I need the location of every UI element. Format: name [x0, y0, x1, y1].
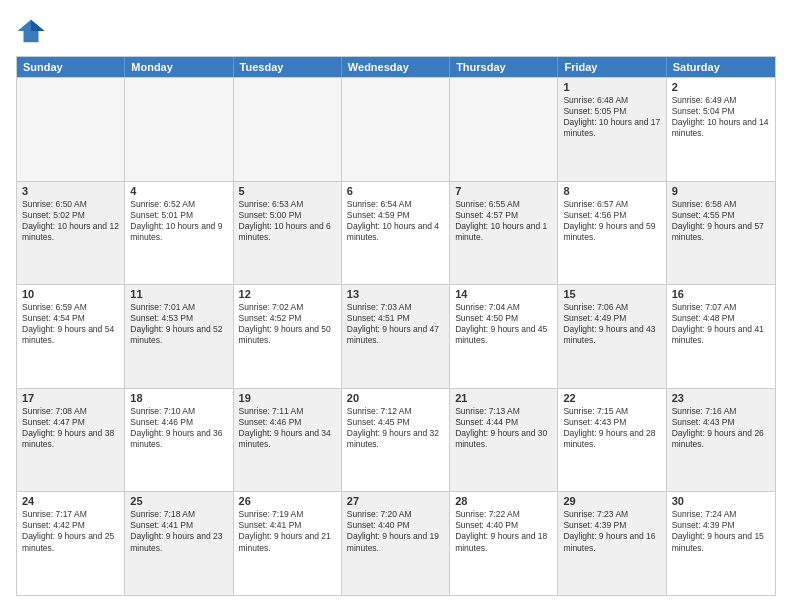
calendar-body: 1Sunrise: 6:48 AM Sunset: 5:05 PM Daylig… [17, 77, 775, 595]
calendar-cell: 5Sunrise: 6:53 AM Sunset: 5:00 PM Daylig… [234, 182, 342, 285]
calendar: SundayMondayTuesdayWednesdayThursdayFrid… [16, 56, 776, 596]
day-number: 4 [130, 185, 227, 197]
day-info: Sunrise: 6:57 AM Sunset: 4:56 PM Dayligh… [563, 199, 660, 243]
svg-marker-1 [31, 20, 45, 31]
calendar-cell: 26Sunrise: 7:19 AM Sunset: 4:41 PM Dayli… [234, 492, 342, 595]
day-number: 3 [22, 185, 119, 197]
day-number: 8 [563, 185, 660, 197]
day-info: Sunrise: 7:12 AM Sunset: 4:45 PM Dayligh… [347, 406, 444, 450]
calendar-cell: 8Sunrise: 6:57 AM Sunset: 4:56 PM Daylig… [558, 182, 666, 285]
calendar-cell: 3Sunrise: 6:50 AM Sunset: 5:02 PM Daylig… [17, 182, 125, 285]
day-info: Sunrise: 7:19 AM Sunset: 4:41 PM Dayligh… [239, 509, 336, 553]
day-number: 24 [22, 495, 119, 507]
day-number: 2 [672, 81, 770, 93]
day-info: Sunrise: 7:18 AM Sunset: 4:41 PM Dayligh… [130, 509, 227, 553]
weekday-header-friday: Friday [558, 57, 666, 77]
calendar-cell: 27Sunrise: 7:20 AM Sunset: 4:40 PM Dayli… [342, 492, 450, 595]
calendar-cell: 30Sunrise: 7:24 AM Sunset: 4:39 PM Dayli… [667, 492, 775, 595]
calendar-cell: 16Sunrise: 7:07 AM Sunset: 4:48 PM Dayli… [667, 285, 775, 388]
page: SundayMondayTuesdayWednesdayThursdayFrid… [0, 0, 792, 612]
calendar-row-2: 10Sunrise: 6:59 AM Sunset: 4:54 PM Dayli… [17, 284, 775, 388]
day-number: 15 [563, 288, 660, 300]
day-info: Sunrise: 7:15 AM Sunset: 4:43 PM Dayligh… [563, 406, 660, 450]
logo-icon [16, 16, 46, 46]
calendar-cell: 11Sunrise: 7:01 AM Sunset: 4:53 PM Dayli… [125, 285, 233, 388]
day-number: 20 [347, 392, 444, 404]
calendar-cell: 25Sunrise: 7:18 AM Sunset: 4:41 PM Dayli… [125, 492, 233, 595]
calendar-row-0: 1Sunrise: 6:48 AM Sunset: 5:05 PM Daylig… [17, 77, 775, 181]
day-number: 11 [130, 288, 227, 300]
logo [16, 16, 50, 46]
calendar-cell: 24Sunrise: 7:17 AM Sunset: 4:42 PM Dayli… [17, 492, 125, 595]
day-number: 6 [347, 185, 444, 197]
calendar-cell: 14Sunrise: 7:04 AM Sunset: 4:50 PM Dayli… [450, 285, 558, 388]
calendar-cell [450, 78, 558, 181]
calendar-cell: 19Sunrise: 7:11 AM Sunset: 4:46 PM Dayli… [234, 389, 342, 492]
calendar-cell: 23Sunrise: 7:16 AM Sunset: 4:43 PM Dayli… [667, 389, 775, 492]
calendar-cell [342, 78, 450, 181]
day-info: Sunrise: 6:53 AM Sunset: 5:00 PM Dayligh… [239, 199, 336, 243]
day-number: 16 [672, 288, 770, 300]
calendar-cell [125, 78, 233, 181]
day-info: Sunrise: 7:07 AM Sunset: 4:48 PM Dayligh… [672, 302, 770, 346]
day-info: Sunrise: 7:08 AM Sunset: 4:47 PM Dayligh… [22, 406, 119, 450]
calendar-cell [17, 78, 125, 181]
day-info: Sunrise: 7:22 AM Sunset: 4:40 PM Dayligh… [455, 509, 552, 553]
day-number: 5 [239, 185, 336, 197]
header [16, 16, 776, 46]
day-number: 29 [563, 495, 660, 507]
day-number: 10 [22, 288, 119, 300]
day-number: 26 [239, 495, 336, 507]
day-number: 18 [130, 392, 227, 404]
day-number: 22 [563, 392, 660, 404]
day-number: 12 [239, 288, 336, 300]
day-info: Sunrise: 6:48 AM Sunset: 5:05 PM Dayligh… [563, 95, 660, 139]
day-number: 17 [22, 392, 119, 404]
calendar-cell: 18Sunrise: 7:10 AM Sunset: 4:46 PM Dayli… [125, 389, 233, 492]
calendar-cell: 9Sunrise: 6:58 AM Sunset: 4:55 PM Daylig… [667, 182, 775, 285]
weekday-header-sunday: Sunday [17, 57, 125, 77]
day-number: 23 [672, 392, 770, 404]
calendar-header: SundayMondayTuesdayWednesdayThursdayFrid… [17, 57, 775, 77]
day-info: Sunrise: 7:04 AM Sunset: 4:50 PM Dayligh… [455, 302, 552, 346]
day-info: Sunrise: 6:52 AM Sunset: 5:01 PM Dayligh… [130, 199, 227, 243]
day-info: Sunrise: 7:11 AM Sunset: 4:46 PM Dayligh… [239, 406, 336, 450]
calendar-cell [234, 78, 342, 181]
day-info: Sunrise: 6:55 AM Sunset: 4:57 PM Dayligh… [455, 199, 552, 243]
calendar-row-4: 24Sunrise: 7:17 AM Sunset: 4:42 PM Dayli… [17, 491, 775, 595]
day-number: 13 [347, 288, 444, 300]
day-number: 25 [130, 495, 227, 507]
weekday-header-monday: Monday [125, 57, 233, 77]
weekday-header-tuesday: Tuesday [234, 57, 342, 77]
calendar-cell: 29Sunrise: 7:23 AM Sunset: 4:39 PM Dayli… [558, 492, 666, 595]
day-info: Sunrise: 7:16 AM Sunset: 4:43 PM Dayligh… [672, 406, 770, 450]
day-info: Sunrise: 6:58 AM Sunset: 4:55 PM Dayligh… [672, 199, 770, 243]
day-info: Sunrise: 6:49 AM Sunset: 5:04 PM Dayligh… [672, 95, 770, 139]
day-info: Sunrise: 7:13 AM Sunset: 4:44 PM Dayligh… [455, 406, 552, 450]
calendar-cell: 15Sunrise: 7:06 AM Sunset: 4:49 PM Dayli… [558, 285, 666, 388]
day-info: Sunrise: 6:54 AM Sunset: 4:59 PM Dayligh… [347, 199, 444, 243]
calendar-cell: 2Sunrise: 6:49 AM Sunset: 5:04 PM Daylig… [667, 78, 775, 181]
day-number: 1 [563, 81, 660, 93]
day-info: Sunrise: 7:10 AM Sunset: 4:46 PM Dayligh… [130, 406, 227, 450]
calendar-cell: 22Sunrise: 7:15 AM Sunset: 4:43 PM Dayli… [558, 389, 666, 492]
day-info: Sunrise: 7:02 AM Sunset: 4:52 PM Dayligh… [239, 302, 336, 346]
calendar-cell: 13Sunrise: 7:03 AM Sunset: 4:51 PM Dayli… [342, 285, 450, 388]
calendar-cell: 21Sunrise: 7:13 AM Sunset: 4:44 PM Dayli… [450, 389, 558, 492]
weekday-header-saturday: Saturday [667, 57, 775, 77]
day-number: 14 [455, 288, 552, 300]
calendar-cell: 17Sunrise: 7:08 AM Sunset: 4:47 PM Dayli… [17, 389, 125, 492]
day-number: 21 [455, 392, 552, 404]
calendar-cell: 10Sunrise: 6:59 AM Sunset: 4:54 PM Dayli… [17, 285, 125, 388]
calendar-cell: 4Sunrise: 6:52 AM Sunset: 5:01 PM Daylig… [125, 182, 233, 285]
calendar-row-3: 17Sunrise: 7:08 AM Sunset: 4:47 PM Dayli… [17, 388, 775, 492]
day-number: 7 [455, 185, 552, 197]
calendar-cell: 1Sunrise: 6:48 AM Sunset: 5:05 PM Daylig… [558, 78, 666, 181]
calendar-cell: 12Sunrise: 7:02 AM Sunset: 4:52 PM Dayli… [234, 285, 342, 388]
day-info: Sunrise: 7:20 AM Sunset: 4:40 PM Dayligh… [347, 509, 444, 553]
day-info: Sunrise: 6:59 AM Sunset: 4:54 PM Dayligh… [22, 302, 119, 346]
calendar-cell: 28Sunrise: 7:22 AM Sunset: 4:40 PM Dayli… [450, 492, 558, 595]
calendar-cell: 20Sunrise: 7:12 AM Sunset: 4:45 PM Dayli… [342, 389, 450, 492]
day-number: 28 [455, 495, 552, 507]
day-number: 30 [672, 495, 770, 507]
